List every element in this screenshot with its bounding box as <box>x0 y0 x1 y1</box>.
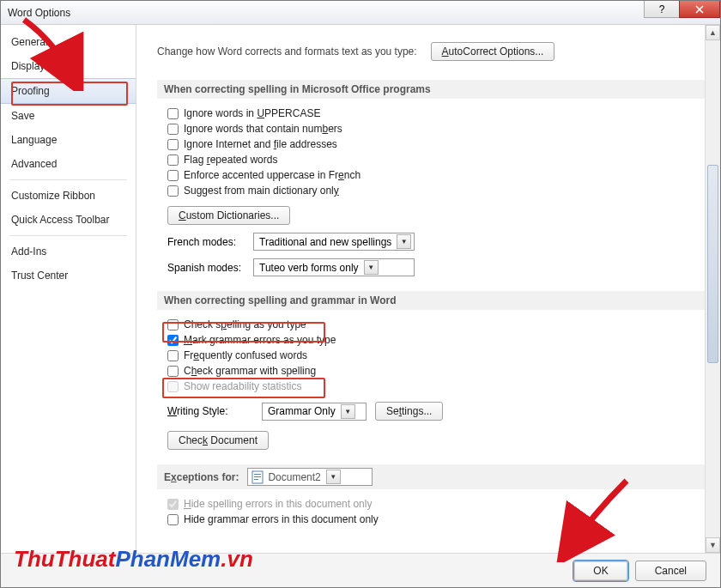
office-spelling-opt-checkbox-2[interactable] <box>167 139 179 150</box>
office-spelling-opt-row: Ignore words that contain numbers <box>157 121 705 136</box>
word-spelling-opt-row: Mark grammar errors as you type <box>157 332 705 348</box>
scroll-thumb[interactable] <box>707 165 718 364</box>
spanish-modes-select[interactable]: Tuteo verb forms only ▼ <box>253 258 415 276</box>
titlebar: Word Options ? <box>1 1 720 25</box>
word-spelling-opt-label: Frequently confused words <box>184 349 307 361</box>
content-pane: Change how Word corrects and formats tex… <box>136 25 720 553</box>
word-spelling-opt-checkbox-0[interactable] <box>167 319 179 330</box>
exceptions-opt-checkbox-0 <box>167 499 179 510</box>
category-sidebar: General Display Proofing Save Language A… <box>1 25 136 553</box>
scroll-up-button[interactable]: ▲ <box>706 25 720 40</box>
custom-dictionaries-button[interactable]: Custom Dictionaries... <box>167 206 290 225</box>
word-spelling-opt-checkbox-1[interactable] <box>167 335 179 346</box>
sidebar-item-display[interactable]: Display <box>1 54 136 78</box>
office-spelling-opt-label: Enforce accented uppercase in French <box>184 169 360 181</box>
word-spelling-opt-checkbox-3[interactable] <box>167 366 179 377</box>
word-spelling-opt-label: Show readability statistics <box>184 380 301 392</box>
sidebar-item-proofing[interactable]: Proofing <box>1 78 136 104</box>
office-spelling-opt-checkbox-1[interactable] <box>167 124 179 135</box>
french-modes-label: French modes: <box>167 236 245 248</box>
office-spelling-opt-checkbox-0[interactable] <box>167 108 179 119</box>
office-spelling-opt-row: Enforce accented uppercase in French <box>157 167 705 183</box>
sidebar-item-customize-ribbon[interactable]: Customize Ribbon <box>1 184 136 208</box>
autocorrect-options-button[interactable]: AutoCorrect Options... <box>431 42 555 61</box>
close-icon <box>695 5 704 14</box>
word-options-dialog: Word Options ? General Display Proofing … <box>0 0 721 588</box>
office-spelling-opt-row: Ignore words in UPPERCASE <box>157 106 705 121</box>
ok-button[interactable]: OK <box>573 561 627 581</box>
vertical-scrollbar[interactable]: ▲ ▼ <box>705 25 720 553</box>
office-spelling-opt-label: Ignore Internet and file addresses <box>184 138 337 150</box>
exceptions-opt-label: Hide spelling errors in this document on… <box>184 498 372 510</box>
chevron-down-icon: ▼ <box>397 234 411 249</box>
chevron-down-icon: ▼ <box>341 404 355 419</box>
section-header-office-spelling: When correcting spelling in Microsoft Of… <box>157 80 705 99</box>
exceptions-opt-label: Hide grammar errors in this document onl… <box>184 513 379 525</box>
window-title: Word Options <box>8 7 70 19</box>
section-header-exceptions: Exceptions for: Document2 ▼ <box>157 464 705 489</box>
word-spelling-opt-row: Show readability statistics <box>157 379 705 394</box>
section-header-word-spelling: When correcting spelling and grammar in … <box>157 291 705 310</box>
office-spelling-opt-row: Flag repeated words <box>157 152 705 167</box>
office-spelling-opt-checkbox-5[interactable] <box>167 185 179 197</box>
chevron-down-icon: ▼ <box>364 260 379 275</box>
sidebar-item-language[interactable]: Language <box>1 128 136 152</box>
svg-rect-2 <box>254 476 261 477</box>
office-spelling-opt-row: Suggest from main dictionary only <box>157 183 705 198</box>
word-spelling-opt-label: Check grammar with spelling <box>184 365 316 377</box>
dialog-footer: OK Cancel <box>1 553 720 587</box>
exceptions-opt-row: Hide spelling errors in this document on… <box>157 496 705 512</box>
intro-text: Change how Word corrects and formats tex… <box>157 45 417 58</box>
word-spelling-opt-label: Check spelling as you type <box>184 318 306 330</box>
writing-style-label: Writing Style: <box>167 405 253 417</box>
scroll-down-button[interactable]: ▼ <box>706 537 720 553</box>
sidebar-item-quick-access[interactable]: Quick Access Toolbar <box>1 208 136 232</box>
word-spelling-opt-checkbox-4 <box>167 381 179 392</box>
office-spelling-opt-label: Flag repeated words <box>184 154 277 166</box>
office-spelling-opt-label: Ignore words in UPPERCASE <box>184 107 320 119</box>
exceptions-document-select[interactable]: Document2 ▼ <box>247 468 373 486</box>
cancel-button[interactable]: Cancel <box>635 561 706 581</box>
sidebar-item-trust-center[interactable]: Trust Center <box>1 264 136 288</box>
word-spelling-opt-row: Check grammar with spelling <box>157 363 705 379</box>
office-spelling-opt-row: Ignore Internet and file addresses <box>157 136 705 152</box>
sidebar-item-save[interactable]: Save <box>1 104 136 128</box>
french-modes-select[interactable]: Traditional and new spellings ▼ <box>253 233 415 251</box>
chevron-down-icon: ▼ <box>326 470 341 484</box>
sidebar-item-advanced[interactable]: Advanced <box>1 152 136 176</box>
document-icon <box>251 470 264 484</box>
office-spelling-opt-label: Suggest from main dictionary only <box>184 185 339 197</box>
spanish-modes-label: Spanish modes: <box>167 262 245 274</box>
word-spelling-opt-row: Check spelling as you type <box>157 317 705 332</box>
svg-rect-1 <box>254 474 261 475</box>
office-spelling-opt-checkbox-4[interactable] <box>167 170 179 181</box>
word-spelling-opt-checkbox-2[interactable] <box>167 350 179 361</box>
exceptions-opt-checkbox-1[interactable] <box>167 514 179 525</box>
sidebar-item-addins[interactable]: Add-Ins <box>1 239 136 264</box>
office-spelling-opt-checkbox-3[interactable] <box>167 155 179 166</box>
help-button[interactable]: ? <box>644 1 680 18</box>
writing-style-select[interactable]: Grammar Only ▼ <box>262 403 367 421</box>
close-button[interactable] <box>679 1 720 18</box>
check-document-button[interactable]: Check Document <box>167 431 269 450</box>
settings-button[interactable]: Settings... <box>375 402 443 421</box>
word-spelling-opt-row: Frequently confused words <box>157 348 705 363</box>
office-spelling-opt-label: Ignore words that contain numbers <box>184 123 342 135</box>
word-spelling-opt-label: Mark grammar errors as you type <box>184 334 336 346</box>
sidebar-item-general[interactable]: General <box>1 30 136 54</box>
exceptions-opt-row: Hide grammar errors in this document onl… <box>157 512 705 527</box>
svg-rect-3 <box>254 479 258 480</box>
